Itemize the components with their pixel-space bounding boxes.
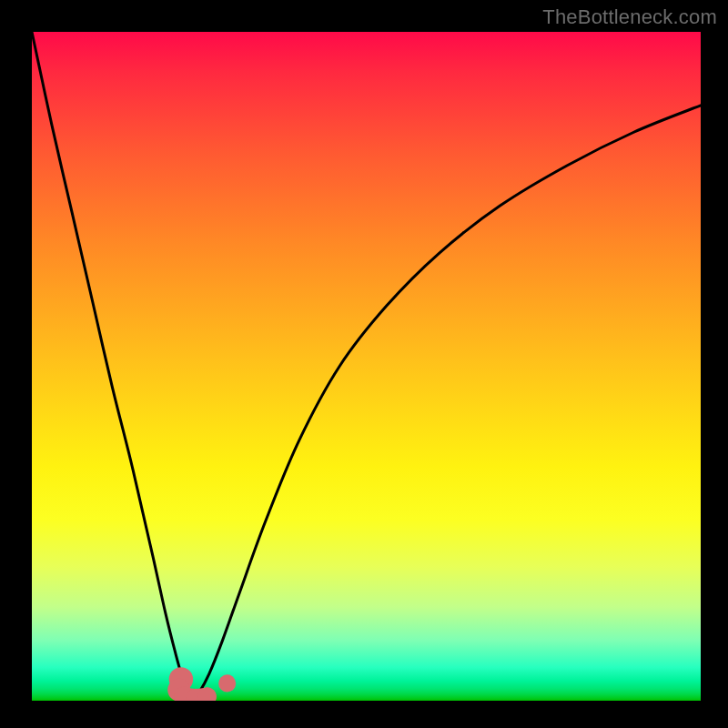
curve-left-branch [32, 32, 192, 701]
marker-dot-right [218, 674, 236, 692]
outer-frame: TheBottleneck.com [0, 0, 728, 728]
watermark-text: TheBottleneck.com [542, 5, 717, 29]
curve-right-branch [192, 106, 701, 701]
plot-area [32, 32, 701, 701]
chart-svg [32, 32, 701, 701]
